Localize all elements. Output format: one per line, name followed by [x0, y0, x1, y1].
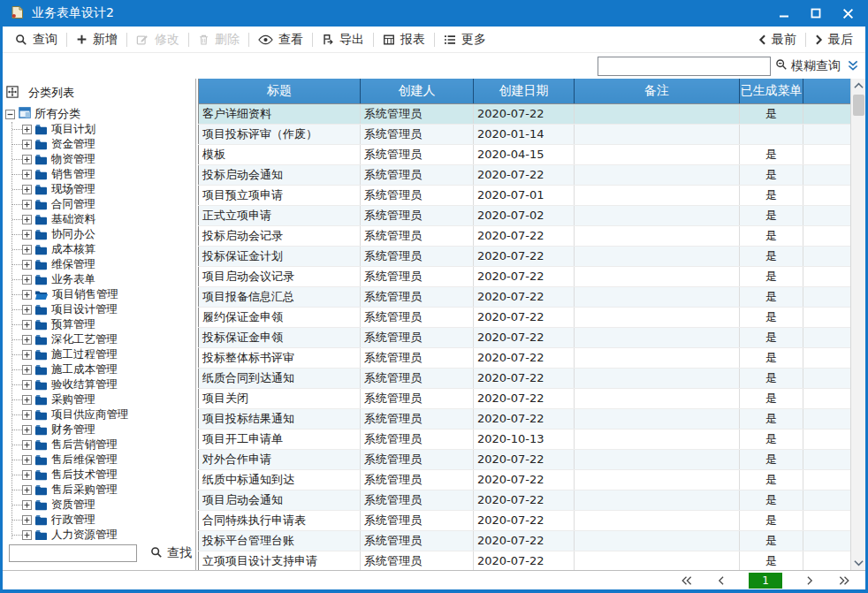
- tree-item[interactable]: 基础资料: [12, 212, 194, 227]
- next-page-button[interactable]: [806, 575, 814, 586]
- expand-plus-icon[interactable]: [22, 395, 32, 405]
- table-row[interactable]: 投标平台管理台账 系统管理员 2020-07-22 是: [199, 530, 851, 551]
- collapse-chevrons-icon[interactable]: [847, 60, 859, 72]
- toolbar-button[interactable]: 新增: [67, 27, 126, 52]
- column-header[interactable]: 创建日期: [474, 79, 575, 103]
- toolbar-button[interactable]: 修改: [127, 27, 188, 52]
- expand-plus-icon[interactable]: [22, 440, 32, 450]
- tree-item[interactable]: 物资管理: [12, 152, 194, 167]
- table-row[interactable]: 投标启动会记录 系统管理员 2020-07-22 是: [199, 225, 851, 246]
- table-row[interactable]: 项目关闭 系统管理员 2020-07-22 是: [199, 388, 851, 408]
- first-page-button[interactable]: [680, 575, 693, 586]
- tree-item[interactable]: 施工过程管理: [12, 347, 194, 362]
- expand-plus-icon[interactable]: [22, 410, 32, 420]
- expand-plus-icon[interactable]: [22, 455, 32, 465]
- expand-plus-icon[interactable]: [22, 335, 32, 345]
- expand-plus-icon[interactable]: [22, 320, 32, 330]
- table-row[interactable]: 项目预立项申请 系统管理员 2020-07-01 是: [199, 185, 851, 205]
- table-row[interactable]: 正式立项申请 系统管理员 2020-07-02 是: [199, 205, 851, 225]
- table-row[interactable]: 对外合作申请 系统管理员 2020-07-22 是: [199, 449, 851, 469]
- tree-item[interactable]: 行政管理: [12, 513, 194, 528]
- expand-plus-icon[interactable]: [22, 500, 32, 510]
- expand-plus-icon[interactable]: [22, 170, 32, 179]
- tree-item[interactable]: 售后采购管理: [12, 483, 194, 498]
- tree-item[interactable]: 维保管理: [12, 257, 194, 272]
- expand-plus-icon[interactable]: [22, 230, 32, 239]
- table-row[interactable]: 项目投标结果通知 系统管理员 2020-07-22 是: [199, 408, 851, 429]
- tree-item[interactable]: 成本核算: [12, 242, 194, 257]
- table-row[interactable]: 纸质中标通知到达 系统管理员 2020-07-22 是: [199, 469, 851, 490]
- tree-item[interactable]: 售后技术管理: [12, 468, 194, 483]
- toolbar-button[interactable]: 查询: [6, 27, 66, 52]
- scrollbar-thumb[interactable]: [853, 95, 864, 116]
- tree-item[interactable]: 项目设计管理: [12, 302, 194, 317]
- table-row[interactable]: 纸质合同到达通知 系统管理员 2020-07-22 是: [199, 368, 851, 388]
- table-row[interactable]: 履约保证金申领 系统管理员 2020-07-22 是: [199, 307, 851, 327]
- table-row[interactable]: 投标启动会通知 系统管理员 2020-07-22 是: [199, 164, 851, 185]
- expand-plus-icon[interactable]: [22, 125, 32, 134]
- table-row[interactable]: 投标整体标书评审 系统管理员 2020-07-22 是: [199, 347, 851, 368]
- column-header[interactable]: 已生成菜单: [740, 79, 803, 103]
- tree-item[interactable]: 现场管理: [12, 182, 194, 197]
- last-page-button[interactable]: [838, 575, 851, 586]
- tree-item[interactable]: 售后营销管理: [12, 437, 194, 452]
- tree-item[interactable]: 业务表单: [12, 272, 194, 287]
- tree-item[interactable]: 协同办公: [12, 227, 194, 242]
- nav-first-button[interactable]: 最前: [750, 32, 805, 48]
- expand-plus-icon[interactable]: [22, 515, 32, 525]
- tree-item[interactable]: 人力资源管理: [12, 528, 194, 540]
- tree-item[interactable]: 施工成本管理: [12, 362, 194, 377]
- prev-page-button[interactable]: [717, 575, 725, 586]
- tree-item[interactable]: 合同管理: [12, 197, 194, 212]
- minimize-button[interactable]: [773, 4, 795, 22]
- nav-last-button[interactable]: 最后: [806, 32, 862, 48]
- tree-item[interactable]: 采购管理: [12, 392, 194, 407]
- scroll-up-icon[interactable]: [851, 79, 865, 93]
- expand-plus-icon[interactable]: [22, 365, 32, 375]
- tree-find-button[interactable]: 查找: [150, 545, 192, 561]
- expand-plus-icon[interactable]: [22, 530, 32, 540]
- tree-item[interactable]: 项目供应商管理: [12, 407, 194, 422]
- tree-item[interactable]: 项目销售管理: [12, 287, 194, 302]
- expand-plus-icon[interactable]: [22, 140, 32, 149]
- expand-plus-icon[interactable]: [22, 275, 32, 285]
- tree-item[interactable]: 资金管理: [12, 137, 194, 152]
- table-row[interactable]: 投标保证金申领 系统管理员 2020-07-22 是: [199, 327, 851, 347]
- table-row[interactable]: 项目投标评审（作废） 系统管理员 2020-01-14: [199, 124, 851, 144]
- tree-item[interactable]: 项目计划: [12, 122, 194, 137]
- tree-item[interactable]: 验收结算管理: [12, 377, 194, 392]
- expand-plus-icon[interactable]: [22, 470, 32, 480]
- expand-plus-icon[interactable]: [22, 485, 32, 495]
- expand-plus-icon[interactable]: [22, 215, 32, 224]
- collapse-expander-icon[interactable]: [5, 110, 15, 119]
- expand-plus-icon[interactable]: [22, 305, 32, 315]
- toolbar-button[interactable]: 查看: [249, 27, 312, 52]
- expand-plus-icon[interactable]: [22, 200, 32, 209]
- close-button[interactable]: [837, 4, 858, 22]
- current-page-badge[interactable]: 1: [749, 573, 782, 589]
- column-header[interactable]: 创建人: [361, 79, 474, 103]
- table-row[interactable]: 客户详细资料 系统管理员 2020-07-22 是: [199, 103, 851, 124]
- tree-root-node[interactable]: 所有分类: [5, 106, 194, 122]
- table-row[interactable]: 项目开工申请单 系统管理员 2020-10-13 是: [199, 429, 851, 449]
- table-row[interactable]: 立项项目设计支持申请 系统管理员 2020-07-22 是: [199, 551, 851, 570]
- table-row[interactable]: 项目启动会通知 系统管理员 2020-07-22 是: [199, 490, 851, 510]
- fuzzy-search-input[interactable]: [598, 57, 771, 76]
- table-row[interactable]: 项目报备信息汇总 系统管理员 2020-07-22 是: [199, 286, 851, 307]
- expand-plus-icon[interactable]: [22, 185, 32, 194]
- maximize-button[interactable]: [805, 4, 826, 22]
- expand-plus-icon[interactable]: [22, 290, 32, 300]
- expand-plus-icon[interactable]: [22, 245, 32, 255]
- table-row[interactable]: 投标保证金计划 系统管理员 2020-07-22 是: [199, 246, 851, 266]
- tree-item[interactable]: 深化工艺管理: [12, 332, 194, 347]
- tree-item[interactable]: 预算管理: [12, 317, 194, 332]
- toolbar-button[interactable]: 导出: [313, 27, 373, 52]
- table-scrollbar[interactable]: [850, 79, 865, 570]
- tree-item[interactable]: 销售管理: [12, 167, 194, 182]
- table-row[interactable]: 项目启动会议记录 系统管理员 2020-07-22 是: [199, 266, 851, 286]
- expand-plus-icon[interactable]: [22, 260, 32, 270]
- table-row[interactable]: 合同特殊执行申请表 系统管理员 2020-07-22 是: [199, 510, 851, 530]
- tree-find-input[interactable]: [9, 544, 137, 562]
- toolbar-button[interactable]: 更多: [435, 27, 495, 52]
- column-header[interactable]: 标题: [199, 79, 361, 103]
